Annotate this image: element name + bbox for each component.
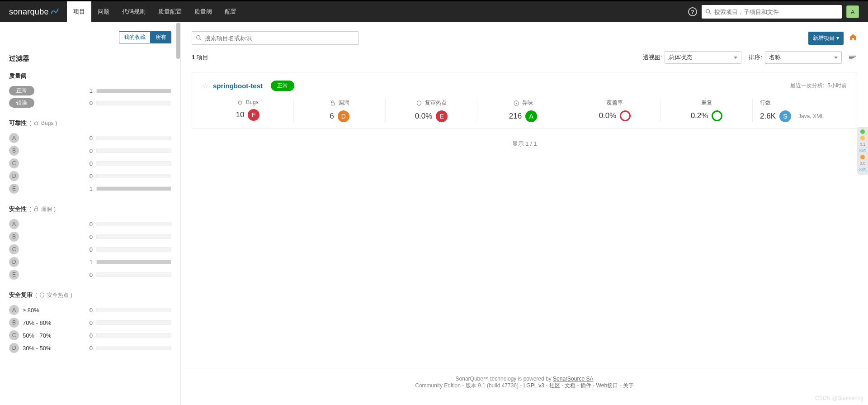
footer: SonarQube™ technology is powered by Sona… bbox=[181, 369, 868, 396]
lock-icon bbox=[330, 100, 336, 106]
svg-point-9 bbox=[197, 36, 200, 39]
footer-link[interactable]: 插件 bbox=[580, 382, 591, 389]
project-search[interactable] bbox=[192, 31, 359, 45]
watermark: CSDN @Sunniering bbox=[815, 395, 863, 401]
rating-badge: C bbox=[9, 158, 19, 168]
filter-row-error[interactable]: 错误 0 bbox=[9, 97, 171, 109]
footer-link[interactable]: LGPL v3 bbox=[524, 382, 544, 389]
sort-label: 排序: bbox=[749, 53, 762, 62]
filter-row[interactable]: B0 bbox=[9, 144, 171, 157]
sonarsource-link[interactable]: SonarSource SA bbox=[553, 376, 593, 382]
svg-point-11 bbox=[239, 101, 242, 104]
filter-row[interactable]: D30% - 50%0 bbox=[9, 342, 171, 354]
footer-link[interactable]: 文档 bbox=[565, 382, 576, 389]
filter-heading: 安全性 ( 漏洞 ) bbox=[9, 205, 171, 213]
filter-row[interactable]: D1 bbox=[9, 256, 171, 268]
size-badge: S bbox=[779, 110, 791, 122]
codesmell-icon bbox=[513, 100, 519, 106]
filter-row-ok[interactable]: 正常 1 bbox=[9, 85, 171, 97]
nav-item-1[interactable]: 问题 bbox=[91, 1, 116, 22]
nav-item-5[interactable]: 配置 bbox=[218, 1, 243, 22]
logo[interactable]: sonarqube bbox=[9, 7, 59, 17]
global-search-input[interactable] bbox=[712, 9, 838, 15]
footer-link[interactable]: 关于 bbox=[623, 382, 634, 389]
filter-security-review: 安全复审 ( 安全热点 ) A≥ 80%0B70% - 80%0C50% - 7… bbox=[9, 291, 171, 354]
showing-count: 显示 1 / 1 bbox=[192, 140, 857, 148]
rating-badge: B bbox=[9, 232, 19, 242]
nav-item-0[interactable]: 项目 bbox=[67, 1, 91, 22]
bug-icon bbox=[33, 120, 39, 126]
nav-item-3[interactable]: 质量配置 bbox=[152, 1, 188, 22]
svg-line-6 bbox=[34, 124, 35, 124]
logo-wave-icon bbox=[51, 7, 59, 14]
filter-row[interactable]: E1 bbox=[9, 182, 171, 195]
user-avatar[interactable]: A bbox=[846, 5, 859, 18]
rating-badge: E bbox=[436, 110, 448, 122]
lock-icon bbox=[33, 206, 39, 212]
metric-lines[interactable]: 行数 2.6KSJava, XML bbox=[753, 99, 847, 122]
my-favorites-tab[interactable]: 我的收藏 bbox=[119, 31, 151, 43]
filter-row[interactable]: B0 bbox=[9, 230, 171, 243]
navbar: sonarqube 项目问题代码规则质量配置质量阈配置 ? A bbox=[0, 1, 868, 22]
rating-badge: C bbox=[9, 244, 19, 254]
rating-badge: D bbox=[338, 110, 349, 122]
filter-row[interactable]: B70% - 80%0 bbox=[9, 316, 171, 329]
search-icon bbox=[196, 35, 202, 41]
filter-row[interactable]: E0 bbox=[9, 268, 171, 281]
filter-row[interactable]: A0 bbox=[9, 132, 171, 144]
new-project-button[interactable]: 新增项目 ▾ bbox=[808, 32, 844, 45]
help-icon[interactable]: ? bbox=[688, 7, 697, 16]
metric-coverage[interactable]: 覆盖率 0.0% bbox=[569, 99, 661, 122]
main-content: 新增项目 ▾ 1 项目 透视图: 总体状态 排序: 名称 ☆ springboo… bbox=[181, 22, 868, 405]
last-analysis: 最近一次分析: 5小时前 bbox=[790, 82, 847, 90]
rating-badge: E bbox=[248, 109, 259, 121]
rating-badge: D bbox=[9, 171, 19, 181]
sort-select[interactable]: 名称 bbox=[765, 51, 842, 64]
metric-hotspots[interactable]: 复审热点 0.0%E bbox=[386, 99, 477, 122]
rating-badge: A bbox=[9, 219, 19, 229]
svg-point-2 bbox=[35, 122, 38, 125]
dot-yellow-icon bbox=[860, 136, 865, 140]
home-icon[interactable] bbox=[849, 33, 857, 43]
filter-row[interactable]: D0 bbox=[9, 170, 171, 182]
metric-duplications[interactable]: 重复 0.2% bbox=[661, 99, 753, 122]
project-search-input[interactable] bbox=[202, 35, 355, 42]
favorite-star-icon[interactable]: ☆ bbox=[202, 81, 208, 90]
metric-bugs[interactable]: Bugs 10E bbox=[202, 99, 294, 122]
filter-reliability: 可靠性 ( Bugs ) A0B0C0D0E1 bbox=[9, 119, 171, 195]
filter-row[interactable]: C0 bbox=[9, 157, 171, 170]
filter-security: 安全性 ( 漏洞 ) A0B0C0D1E0 bbox=[9, 205, 171, 281]
perf-widget[interactable]: 0.1 K/S 0.0 K/S bbox=[857, 127, 868, 175]
svg-rect-15 bbox=[331, 103, 335, 105]
sort-direction-icon[interactable] bbox=[849, 53, 857, 62]
all-tab[interactable]: 所有 bbox=[151, 31, 171, 43]
shield-icon bbox=[416, 100, 422, 106]
footer-link[interactable]: Web接口 bbox=[596, 382, 618, 389]
filter-row[interactable]: C50% - 70%0 bbox=[9, 329, 171, 342]
chevron-down-icon: ▾ bbox=[836, 35, 839, 41]
scrollbar[interactable] bbox=[176, 22, 180, 405]
filter-row[interactable]: A≥ 80%0 bbox=[9, 304, 171, 316]
coverage-ring-icon bbox=[620, 110, 631, 121]
perspective-label: 透视图: bbox=[643, 53, 662, 62]
svg-line-13 bbox=[238, 101, 239, 102]
footer-link[interactable]: 社区 bbox=[549, 382, 560, 389]
perspective-select[interactable]: 总体状态 bbox=[665, 51, 741, 64]
filter-row[interactable]: A0 bbox=[9, 218, 171, 230]
quality-gate-status: 正常 bbox=[271, 81, 294, 91]
rating-badge: B bbox=[9, 146, 19, 156]
metric-codesmells[interactable]: 异味 216A bbox=[477, 99, 569, 122]
search-icon bbox=[705, 9, 712, 15]
filter-row[interactable]: C0 bbox=[9, 243, 171, 256]
project-name-link[interactable]: springboot-test bbox=[213, 82, 263, 90]
rating-badge: D bbox=[9, 343, 19, 353]
svg-line-1 bbox=[709, 13, 711, 14]
global-search[interactable] bbox=[702, 5, 842, 19]
nav-item-2[interactable]: 代码规则 bbox=[116, 1, 152, 22]
sidebar: 我的收藏 所有 过滤器 质量阈 正常 1 错误 0 可靠性 bbox=[0, 22, 181, 405]
metric-vulnerabilities[interactable]: 漏洞 6D bbox=[294, 99, 386, 122]
svg-line-14 bbox=[242, 101, 243, 102]
rating-badge: E bbox=[9, 184, 19, 194]
nav-item-4[interactable]: 质量阈 bbox=[188, 1, 218, 22]
filter-heading: 质量阈 bbox=[9, 72, 171, 80]
